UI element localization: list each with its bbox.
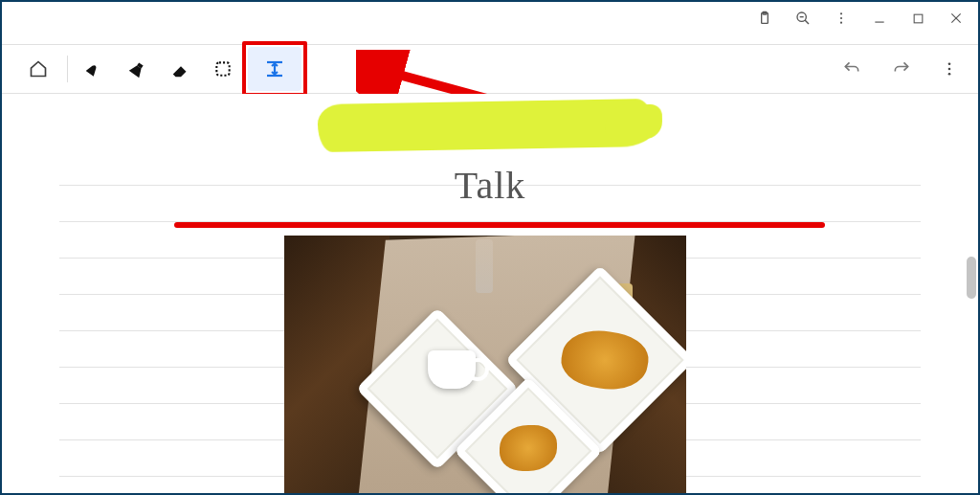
red-underline-stroke [174,222,825,228]
clipboard-icon[interactable] [756,10,773,27]
svg-rect-9 [914,14,923,23]
more-vertical-icon[interactable] [833,10,850,27]
undo-button[interactable] [836,48,867,90]
toolbar [2,44,978,94]
yellow-highlight-stroke [318,99,654,152]
eraser-button[interactable] [160,48,202,90]
maximize-icon[interactable] [909,10,926,27]
pen-button[interactable] [76,48,118,90]
annotation-highlight-box [242,41,307,97]
svg-point-17 [948,62,951,65]
select-button[interactable] [202,48,244,90]
inserted-image[interactable] [284,236,686,493]
canvas-area[interactable]: Talk [2,94,978,493]
highlighter-button[interactable] [118,48,160,90]
scrollbar-thumb[interactable] [967,257,976,299]
svg-rect-13 [216,62,229,75]
handwritten-text: Talk [59,163,921,208]
svg-point-7 [840,22,842,24]
redo-button[interactable] [886,48,917,90]
svg-point-19 [948,73,951,76]
home-button[interactable] [17,48,59,90]
zoom-out-icon[interactable] [794,10,812,27]
svg-point-5 [840,12,842,14]
svg-line-3 [805,20,809,24]
minimize-icon[interactable] [871,10,888,27]
overflow-menu-button[interactable] [936,48,963,90]
svg-point-18 [948,68,951,71]
window-controls [743,2,978,34]
svg-point-6 [840,17,842,19]
divider [67,56,68,82]
close-icon[interactable] [947,10,965,27]
insert-space-button[interactable] [248,47,301,91]
